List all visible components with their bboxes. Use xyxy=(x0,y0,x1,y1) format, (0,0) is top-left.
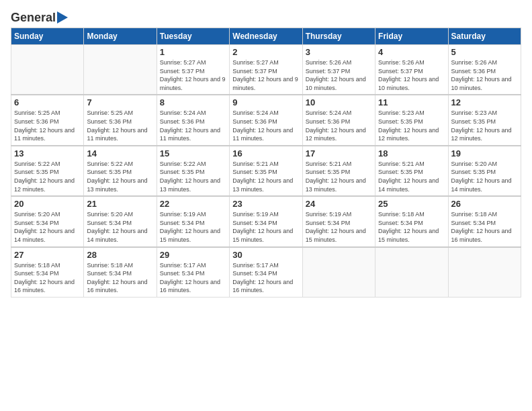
calendar-day-cell: 28Sunrise: 5:18 AM Sunset: 5:34 PM Dayli… xyxy=(84,247,157,298)
calendar-day-cell: 9Sunrise: 5:24 AM Sunset: 5:36 PM Daylig… xyxy=(230,95,302,145)
day-number: 17 xyxy=(306,148,372,158)
calendar-day-cell: 5Sunrise: 5:26 AM Sunset: 5:36 PM Daylig… xyxy=(448,45,521,95)
calendar-day-cell: 30Sunrise: 5:17 AM Sunset: 5:34 PM Dayli… xyxy=(230,247,302,298)
day-number: 27 xyxy=(14,250,81,260)
calendar-day-cell: 7Sunrise: 5:25 AM Sunset: 5:36 PM Daylig… xyxy=(84,95,157,145)
day-number: 21 xyxy=(87,199,153,209)
day-number: 28 xyxy=(87,250,153,260)
calendar-day-cell xyxy=(84,45,157,95)
day-info: Sunrise: 5:18 AM Sunset: 5:34 PM Dayligh… xyxy=(14,261,81,295)
calendar-day-cell: 11Sunrise: 5:23 AM Sunset: 5:35 PM Dayli… xyxy=(375,95,448,145)
calendar-day-cell: 16Sunrise: 5:21 AM Sunset: 5:35 PM Dayli… xyxy=(230,146,302,196)
calendar-week-row: 27Sunrise: 5:18 AM Sunset: 5:34 PM Dayli… xyxy=(11,247,521,298)
day-number: 5 xyxy=(451,47,518,57)
calendar-day-cell xyxy=(11,45,84,95)
day-header-friday: Friday xyxy=(375,28,448,45)
day-number: 12 xyxy=(451,97,518,107)
day-info: Sunrise: 5:26 AM Sunset: 5:37 PM Dayligh… xyxy=(306,58,372,92)
calendar-day-cell: 13Sunrise: 5:22 AM Sunset: 5:35 PM Dayli… xyxy=(11,146,84,196)
day-info: Sunrise: 5:19 AM Sunset: 5:34 PM Dayligh… xyxy=(306,210,372,244)
calendar-day-cell: 22Sunrise: 5:19 AM Sunset: 5:34 PM Dayli… xyxy=(157,196,229,246)
calendar-week-row: 13Sunrise: 5:22 AM Sunset: 5:35 PM Dayli… xyxy=(11,146,521,196)
calendar-day-cell: 23Sunrise: 5:19 AM Sunset: 5:34 PM Dayli… xyxy=(230,196,302,246)
day-number: 11 xyxy=(378,97,445,107)
day-number: 26 xyxy=(451,199,518,209)
day-info: Sunrise: 5:26 AM Sunset: 5:37 PM Dayligh… xyxy=(378,58,445,92)
calendar-day-cell: 2Sunrise: 5:27 AM Sunset: 5:37 PM Daylig… xyxy=(230,45,302,95)
calendar-day-cell: 14Sunrise: 5:22 AM Sunset: 5:35 PM Dayli… xyxy=(84,146,157,196)
logo-arrow-icon xyxy=(57,11,68,24)
day-number: 30 xyxy=(232,250,299,260)
day-info: Sunrise: 5:24 AM Sunset: 5:36 PM Dayligh… xyxy=(306,109,372,142)
day-info: Sunrise: 5:23 AM Sunset: 5:35 PM Dayligh… xyxy=(451,109,518,142)
calendar-day-cell xyxy=(448,247,521,298)
calendar-week-row: 6Sunrise: 5:25 AM Sunset: 5:36 PM Daylig… xyxy=(11,95,521,145)
calendar-week-row: 20Sunrise: 5:20 AM Sunset: 5:34 PM Dayli… xyxy=(11,196,521,246)
day-info: Sunrise: 5:25 AM Sunset: 5:36 PM Dayligh… xyxy=(87,109,153,142)
day-number: 24 xyxy=(306,199,372,209)
day-number: 6 xyxy=(14,97,81,107)
calendar-table: SundayMondayTuesdayWednesdayThursdayFrid… xyxy=(11,28,521,298)
calendar-day-cell: 15Sunrise: 5:22 AM Sunset: 5:35 PM Dayli… xyxy=(157,146,229,196)
day-info: Sunrise: 5:21 AM Sunset: 5:35 PM Dayligh… xyxy=(232,160,299,193)
day-info: Sunrise: 5:20 AM Sunset: 5:34 PM Dayligh… xyxy=(87,210,153,244)
calendar-day-cell: 29Sunrise: 5:17 AM Sunset: 5:34 PM Dayli… xyxy=(157,247,229,298)
day-info: Sunrise: 5:24 AM Sunset: 5:36 PM Dayligh… xyxy=(232,109,299,142)
day-header-wednesday: Wednesday xyxy=(230,28,302,45)
calendar-day-cell: 12Sunrise: 5:23 AM Sunset: 5:35 PM Dayli… xyxy=(448,95,521,145)
calendar-day-cell: 6Sunrise: 5:25 AM Sunset: 5:36 PM Daylig… xyxy=(11,95,84,145)
day-info: Sunrise: 5:27 AM Sunset: 5:37 PM Dayligh… xyxy=(232,58,299,92)
day-info: Sunrise: 5:20 AM Sunset: 5:34 PM Dayligh… xyxy=(14,210,81,244)
day-info: Sunrise: 5:19 AM Sunset: 5:34 PM Dayligh… xyxy=(160,210,226,244)
day-info: Sunrise: 5:21 AM Sunset: 5:35 PM Dayligh… xyxy=(306,160,372,193)
day-info: Sunrise: 5:23 AM Sunset: 5:35 PM Dayligh… xyxy=(378,109,445,142)
day-info: Sunrise: 5:27 AM Sunset: 5:37 PM Dayligh… xyxy=(160,58,226,92)
calendar-day-cell xyxy=(375,247,448,298)
calendar-day-cell: 3Sunrise: 5:26 AM Sunset: 5:37 PM Daylig… xyxy=(302,45,375,95)
day-header-monday: Monday xyxy=(84,28,157,45)
logo-general: General xyxy=(11,11,56,25)
day-number: 20 xyxy=(14,199,81,209)
day-number: 4 xyxy=(378,47,445,57)
day-number: 15 xyxy=(160,148,226,158)
calendar-day-cell: 25Sunrise: 5:18 AM Sunset: 5:34 PM Dayli… xyxy=(375,196,448,246)
day-info: Sunrise: 5:17 AM Sunset: 5:34 PM Dayligh… xyxy=(160,261,226,295)
day-number: 10 xyxy=(306,97,372,107)
day-number: 14 xyxy=(87,148,153,158)
calendar-body: 1Sunrise: 5:27 AM Sunset: 5:37 PM Daylig… xyxy=(11,45,521,298)
day-info: Sunrise: 5:21 AM Sunset: 5:35 PM Dayligh… xyxy=(378,160,445,193)
day-header-sunday: Sunday xyxy=(11,28,84,45)
calendar-header-row: SundayMondayTuesdayWednesdayThursdayFrid… xyxy=(11,28,521,45)
day-number: 13 xyxy=(14,148,81,158)
day-number: 23 xyxy=(232,199,299,209)
calendar-day-cell: 20Sunrise: 5:20 AM Sunset: 5:34 PM Dayli… xyxy=(11,196,84,246)
day-header-saturday: Saturday xyxy=(448,28,521,45)
day-number: 25 xyxy=(378,199,445,209)
page-header: General xyxy=(11,11,521,22)
day-info: Sunrise: 5:19 AM Sunset: 5:34 PM Dayligh… xyxy=(232,210,299,244)
calendar-day-cell: 18Sunrise: 5:21 AM Sunset: 5:35 PM Dayli… xyxy=(375,146,448,196)
day-number: 3 xyxy=(306,47,372,57)
logo: General xyxy=(11,11,68,22)
calendar-day-cell xyxy=(302,247,375,298)
day-number: 29 xyxy=(160,250,226,260)
calendar-day-cell: 1Sunrise: 5:27 AM Sunset: 5:37 PM Daylig… xyxy=(157,45,229,95)
day-info: Sunrise: 5:18 AM Sunset: 5:34 PM Dayligh… xyxy=(378,210,445,244)
calendar-day-cell: 17Sunrise: 5:21 AM Sunset: 5:35 PM Dayli… xyxy=(302,146,375,196)
calendar-day-cell: 26Sunrise: 5:18 AM Sunset: 5:34 PM Dayli… xyxy=(448,196,521,246)
day-number: 2 xyxy=(232,47,299,57)
day-info: Sunrise: 5:22 AM Sunset: 5:35 PM Dayligh… xyxy=(160,160,226,193)
calendar-day-cell: 4Sunrise: 5:26 AM Sunset: 5:37 PM Daylig… xyxy=(375,45,448,95)
calendar-day-cell: 19Sunrise: 5:20 AM Sunset: 5:35 PM Dayli… xyxy=(448,146,521,196)
day-number: 1 xyxy=(160,47,226,57)
calendar-day-cell: 10Sunrise: 5:24 AM Sunset: 5:36 PM Dayli… xyxy=(302,95,375,145)
day-info: Sunrise: 5:25 AM Sunset: 5:36 PM Dayligh… xyxy=(14,109,81,142)
calendar-day-cell: 24Sunrise: 5:19 AM Sunset: 5:34 PM Dayli… xyxy=(302,196,375,246)
day-number: 22 xyxy=(160,199,226,209)
calendar-day-cell: 27Sunrise: 5:18 AM Sunset: 5:34 PM Dayli… xyxy=(11,247,84,298)
day-info: Sunrise: 5:22 AM Sunset: 5:35 PM Dayligh… xyxy=(14,160,81,193)
day-info: Sunrise: 5:18 AM Sunset: 5:34 PM Dayligh… xyxy=(451,210,518,244)
day-info: Sunrise: 5:22 AM Sunset: 5:35 PM Dayligh… xyxy=(87,160,153,193)
day-info: Sunrise: 5:26 AM Sunset: 5:36 PM Dayligh… xyxy=(451,58,518,92)
day-number: 7 xyxy=(87,97,153,107)
